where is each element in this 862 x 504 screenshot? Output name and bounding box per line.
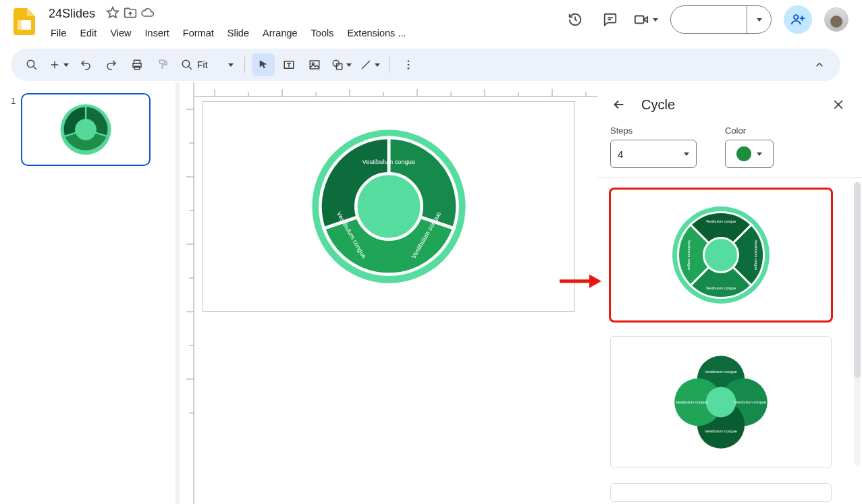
menu-arrange[interactable]: Arrange — [257, 25, 304, 41]
svg-point-16 — [407, 64, 409, 66]
share-button[interactable] — [784, 5, 812, 34]
more-icon[interactable] — [397, 53, 420, 76]
diagram-template-2[interactable]: Vestibulum congue Vestibulum congue Vest… — [610, 336, 832, 468]
doc-title[interactable]: 24Slides — [45, 5, 99, 22]
history-icon[interactable] — [564, 8, 587, 31]
template-scrollbar[interactable] — [854, 182, 861, 466]
color-swatch-icon — [736, 146, 751, 161]
svg-point-17 — [407, 67, 409, 69]
svg-rect-11 — [310, 61, 319, 69]
menubar: File Edit View Insert Format Slide Arran… — [45, 25, 412, 41]
svg-rect-14 — [336, 64, 342, 69]
horizontal-ruler — [194, 82, 597, 97]
svg-point-9 — [182, 60, 190, 67]
color-select[interactable] — [725, 140, 774, 168]
svg-text:Vestibulum congue: Vestibulum congue — [705, 429, 736, 433]
shape-icon[interactable] — [329, 53, 354, 76]
account-avatar[interactable] — [824, 7, 848, 32]
diagram-template-3[interactable] — [610, 483, 832, 502]
slideshow-button[interactable]: Slideshow — [670, 5, 772, 34]
menu-tools[interactable]: Tools — [305, 25, 340, 41]
slide-canvas[interactable]: Vestibulum congue Vestibulum congue Vest… — [203, 101, 575, 312]
svg-text:Vestibulum congue: Vestibulum congue — [706, 219, 736, 223]
svg-point-19 — [76, 119, 97, 140]
image-icon[interactable] — [303, 53, 326, 76]
collapse-toolbar-icon[interactable] — [808, 53, 831, 76]
svg-text:Vestibulum congue: Vestibulum congue — [706, 286, 736, 290]
annotation-arrow-icon — [560, 272, 601, 289]
diagram-template-1[interactable]: Vestibulum congue Vestibulum congue Vest… — [610, 189, 832, 321]
panel-close-icon[interactable] — [827, 93, 850, 116]
new-slide-button[interactable] — [46, 53, 72, 76]
line-icon[interactable] — [357, 53, 383, 76]
search-icon[interactable] — [20, 53, 43, 76]
svg-point-15 — [407, 60, 409, 62]
cloud-icon[interactable] — [141, 6, 155, 22]
menu-extensions[interactable]: Extensions ... — [341, 25, 412, 41]
svg-text:Vestibulum congue: Vestibulum congue — [734, 400, 766, 404]
vertical-ruler — [180, 82, 194, 504]
svg-rect-1 — [18, 20, 22, 30]
zoom-control[interactable]: Fit — [177, 59, 238, 71]
print-icon[interactable] — [126, 53, 149, 76]
svg-text:Vestibulum congue: Vestibulum congue — [687, 240, 691, 270]
svg-point-3 — [794, 15, 798, 19]
slide-number: 1 — [11, 93, 16, 497]
slideshow-dropdown[interactable] — [747, 6, 771, 33]
meet-button[interactable] — [634, 12, 658, 27]
paint-format-icon — [151, 53, 174, 76]
app-logo[interactable] — [11, 8, 38, 35]
comments-icon[interactable] — [599, 8, 622, 31]
svg-text:Vestibulum congue: Vestibulum congue — [705, 370, 736, 374]
redo-icon[interactable] — [100, 53, 123, 76]
panel-back-icon[interactable] — [608, 93, 630, 116]
undo-icon[interactable] — [74, 53, 97, 76]
textbox-icon[interactable] — [277, 53, 300, 76]
svg-rect-2 — [635, 16, 643, 24]
menu-file[interactable]: File — [45, 25, 72, 41]
move-icon[interactable] — [124, 6, 137, 22]
select-tool-icon[interactable] — [252, 53, 275, 76]
svg-point-58 — [706, 387, 736, 418]
segment-label-top: Vestibulum congue — [362, 159, 414, 165]
steps-select[interactable]: 4 — [610, 140, 697, 168]
svg-text:Vestibulum congue: Vestibulum congue — [754, 240, 758, 270]
svg-point-49 — [704, 238, 738, 273]
toolbar: Fit — [11, 49, 840, 81]
slide-thumbnail[interactable] — [21, 93, 151, 166]
menu-view[interactable]: View — [104, 25, 137, 41]
menu-slide[interactable]: Slide — [221, 25, 255, 41]
steps-label: Steps — [610, 125, 697, 136]
svg-point-45 — [356, 173, 421, 239]
star-icon[interactable] — [106, 6, 119, 22]
svg-rect-8 — [160, 60, 165, 63]
svg-point-4 — [27, 60, 34, 67]
menu-format[interactable]: Format — [177, 25, 220, 41]
svg-text:Vestibulum congue: Vestibulum congue — [676, 400, 707, 404]
panel-title: Cycle — [641, 97, 675, 113]
menu-insert[interactable]: Insert — [139, 25, 176, 41]
color-label: Color — [725, 125, 774, 136]
menu-edit[interactable]: Edit — [74, 25, 103, 41]
